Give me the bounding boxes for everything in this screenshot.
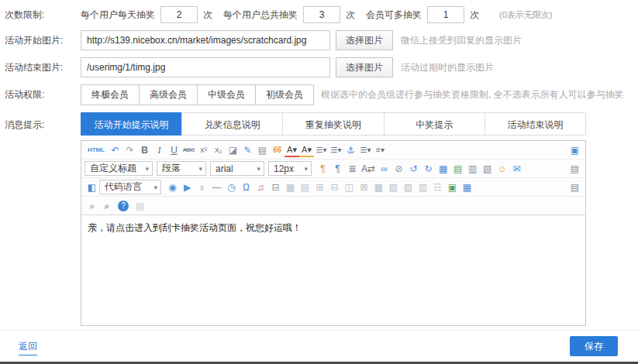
save-button[interactable]: 保存 bbox=[570, 336, 618, 356]
toolbar-select-label: 段落 bbox=[162, 162, 181, 175]
omega-icon[interactable]: Ω bbox=[239, 180, 253, 195]
end-image-pick-button[interactable]: 选择图片 bbox=[336, 57, 393, 77]
search-icon[interactable]: ⌕ bbox=[84, 198, 99, 214]
style-select[interactable]: 自定义标题 ▾ bbox=[84, 161, 153, 176]
code-language-select[interactable]: 代码语言 ▾ bbox=[99, 180, 161, 194]
line-height-icon[interactable]: ≡▾ bbox=[373, 143, 388, 158]
html-source-icon[interactable]: HTML bbox=[84, 143, 108, 158]
start-image-hint: 微信上接受到回复的显示图片 bbox=[401, 34, 522, 47]
bold-icon[interactable]: B bbox=[137, 143, 152, 158]
sort-table-icon[interactable]: ☷ bbox=[430, 180, 445, 195]
fullscreen-icon[interactable]: ▣ bbox=[567, 143, 582, 158]
table-bg-icon[interactable]: ▣ bbox=[445, 180, 460, 195]
format-painter-icon[interactable]: ✎ bbox=[240, 143, 255, 158]
toolbar-select-label: 12px bbox=[274, 163, 294, 174]
letter-spacing-icon[interactable]: A⇄ bbox=[360, 161, 377, 177]
table-header-icon[interactable]: ▨ bbox=[401, 180, 416, 195]
music-icon[interactable]: ♫ bbox=[253, 180, 268, 195]
undo-icon[interactable]: ↶ bbox=[108, 143, 122, 158]
template-icon[interactable]: ▦ bbox=[460, 180, 474, 195]
end-image-label: 活动结束图片: bbox=[5, 61, 81, 74]
chevron-down-icon: ▾ bbox=[153, 184, 157, 191]
message-row: 消息提示: 活动开始提示说明兑奖信息说明重复抽奖说明中奖提示活动结束说明 HTM… bbox=[5, 112, 638, 326]
member-level-ultimate-button[interactable]: 终极会员 bbox=[81, 84, 140, 105]
limit-field-label: 每个用户每天抽奖 bbox=[81, 9, 155, 22]
italic-icon[interactable]: I bbox=[152, 143, 167, 158]
permission-label: 活动权限: bbox=[5, 88, 81, 101]
split-cells-icon[interactable]: ▧ bbox=[386, 180, 401, 195]
hr-icon[interactable]: — bbox=[209, 180, 224, 195]
paragraph-select[interactable]: 段落 ▾ bbox=[157, 161, 206, 176]
sheet-icon[interactable]: ▤ bbox=[450, 161, 465, 177]
strikethrough-icon[interactable]: ABC bbox=[181, 143, 196, 158]
pattern-icon[interactable]: ▧ bbox=[480, 161, 495, 177]
link-icon[interactable]: ∞ bbox=[377, 161, 391, 177]
back-link[interactable]: 返回 bbox=[19, 340, 37, 355]
start-image-pick-button[interactable]: 选择图片 bbox=[336, 30, 393, 50]
limit-field-suffix: 次 bbox=[346, 9, 355, 22]
tab-end-message[interactable]: 活动结束说明 bbox=[485, 112, 586, 136]
message-tabs: 活动开始提示说明兑奖信息说明重复抽奖说明中奖提示活动结束说明 bbox=[81, 112, 586, 136]
merge-cells-icon[interactable]: ▩ bbox=[371, 180, 386, 195]
map-icon[interactable]: ♁ bbox=[195, 180, 209, 195]
justify-icon[interactable]: ≣ bbox=[345, 161, 360, 177]
member-level-junior-button[interactable]: 初级会员 bbox=[255, 84, 314, 105]
blockquote-icon[interactable]: 66 bbox=[270, 143, 285, 158]
member-level-high-button[interactable]: 高级会员 bbox=[139, 84, 198, 105]
tab-repeat-message[interactable]: 重复抽奖说明 bbox=[282, 112, 384, 136]
emoji-icon[interactable]: ☺ bbox=[495, 161, 509, 177]
draft-icon[interactable]: ▤ bbox=[133, 198, 147, 214]
insert-row-icon[interactable]: ⊞ bbox=[312, 180, 327, 195]
help-icon[interactable]: ? bbox=[118, 201, 129, 211]
limit-hint: (0表示无限次) bbox=[499, 9, 552, 21]
editor-content[interactable]: 亲，请点击进入到刮卡抽奖活动页面，祝您好运哦！ bbox=[81, 215, 585, 325]
grid-icon[interactable]: ▥ bbox=[465, 161, 480, 177]
delete-col-icon[interactable]: ⊠ bbox=[357, 180, 371, 195]
delete-table-icon[interactable]: ▤ bbox=[298, 180, 312, 195]
ordered-list-icon[interactable]: ☰▾ bbox=[314, 143, 329, 158]
print-icon[interactable]: ▤ bbox=[567, 161, 582, 177]
turn-left-icon[interactable]: ↺ bbox=[406, 161, 421, 177]
unlink-icon[interactable]: ⊘ bbox=[391, 161, 406, 177]
size-select[interactable]: 12px ▾ bbox=[268, 161, 312, 176]
time-icon[interactable]: ◷ bbox=[224, 180, 239, 195]
delete-row-icon[interactable]: ⊟ bbox=[327, 180, 342, 195]
insert-table-icon[interactable]: ▦ bbox=[283, 180, 298, 195]
limit-field-suffix: 次 bbox=[470, 9, 479, 22]
start-image-input[interactable] bbox=[81, 30, 330, 50]
table-title-icon[interactable]: ▥ bbox=[416, 180, 430, 195]
paragraph-icon[interactable]: ¶ bbox=[330, 161, 345, 177]
printer-icon[interactable]: ▤ bbox=[567, 180, 582, 195]
tab-redeem-message[interactable]: 兑奖信息说明 bbox=[181, 112, 283, 136]
redo-icon[interactable]: ↷ bbox=[122, 143, 137, 158]
limit-count-input[interactable] bbox=[160, 6, 198, 23]
insert-col-icon[interactable]: ◫ bbox=[342, 180, 357, 195]
search-replace-icon[interactable]: ⌕ bbox=[99, 198, 114, 214]
align-icon[interactable]: ☰▾ bbox=[358, 143, 373, 158]
limit-count-input[interactable] bbox=[303, 6, 340, 23]
limit-count-input[interactable] bbox=[427, 6, 464, 23]
tab-start-message[interactable]: 活动开始提示说明 bbox=[81, 112, 182, 136]
unordered-list-icon[interactable]: ☰▾ bbox=[329, 143, 343, 158]
subscript-icon[interactable]: X₂ bbox=[211, 143, 226, 158]
video-icon[interactable]: ▶ bbox=[180, 180, 195, 195]
anchor-icon[interactable]: ⚓ bbox=[343, 143, 358, 158]
code-block-icon[interactable]: ◧ bbox=[84, 180, 99, 195]
end-image-input[interactable] bbox=[81, 57, 330, 77]
table-icon[interactable]: ▦ bbox=[436, 161, 450, 177]
remove-format-icon[interactable]: ◪ bbox=[226, 143, 240, 158]
turn-right-icon[interactable]: ↻ bbox=[421, 161, 436, 177]
paste-filter-icon[interactable]: ▤ bbox=[255, 143, 270, 158]
camera-icon[interactable]: ◉ bbox=[165, 180, 180, 195]
tab-win-message[interactable]: 中奖提示 bbox=[384, 112, 485, 136]
highlight-color-icon[interactable]: A▾ bbox=[299, 143, 314, 157]
page-break-icon[interactable]: ⊟ bbox=[268, 180, 283, 195]
member-level-middle-button[interactable]: 中级会员 bbox=[197, 84, 256, 105]
text-direction-icon[interactable]: ¶ bbox=[316, 161, 330, 177]
message-icon[interactable]: ✉ bbox=[509, 161, 524, 177]
superscript-icon[interactable]: X² bbox=[196, 143, 211, 158]
underline-icon[interactable]: U bbox=[167, 143, 181, 158]
font-color-icon[interactable]: A▾ bbox=[285, 143, 299, 157]
end-image-hint: 活动过期时的显示图片 bbox=[401, 61, 494, 74]
font-select[interactable]: arial ▾ bbox=[210, 161, 264, 176]
